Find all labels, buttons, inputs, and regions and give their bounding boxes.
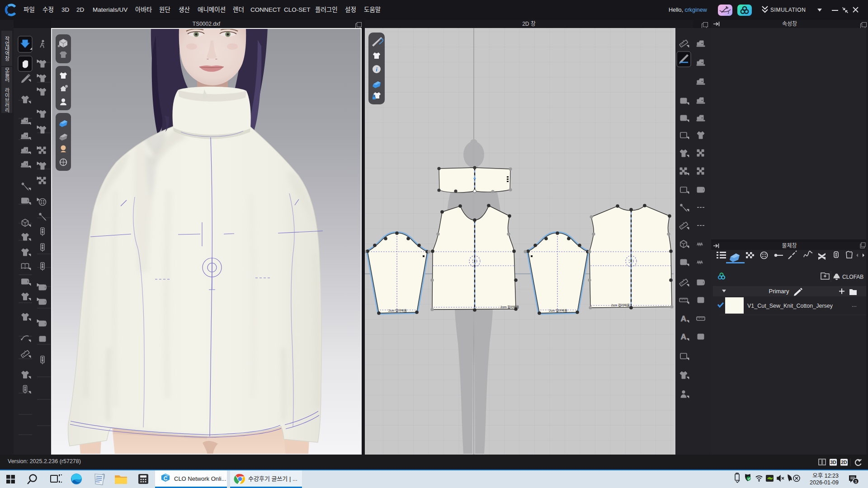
svg-text:2cm 접어박음: 2cm 접어박음 [500, 305, 519, 309]
svg-text:2026-01-09: 2026-01-09 [810, 479, 839, 486]
svg-text:3D: 3D [830, 460, 836, 465]
svg-text:Primary: Primary [769, 288, 789, 295]
svg-text:V1_Cut_Sew_Knit_Cotton_Jersey: V1_Cut_Sew_Knit_Cotton_Jersey [747, 303, 833, 309]
svg-text:3: 3 [854, 479, 857, 484]
svg-text:C: C [164, 475, 168, 482]
svg-text:CLOFAB: CLOFAB [842, 274, 863, 280]
svg-text:2cm 접어박음: 2cm 접어박음 [549, 309, 567, 313]
svg-text:오후 12:23: 오후 12:23 [812, 473, 839, 479]
svg-text:수강후기 글쓰기 | ...: 수강후기 글쓰기 | ... [248, 475, 297, 482]
svg-text:2cm 접어박음: 2cm 접어박음 [611, 303, 630, 307]
svg-text:...: ... [852, 301, 857, 308]
svg-text:2cm 접어박음: 2cm 접어박음 [388, 309, 407, 313]
svg-text:CLO Network Onli...: CLO Network Onli... [174, 475, 226, 482]
svg-text:2D: 2D [841, 460, 847, 465]
svg-text:i: i [376, 66, 377, 73]
svg-text:물체창: 물체창 [782, 243, 797, 249]
